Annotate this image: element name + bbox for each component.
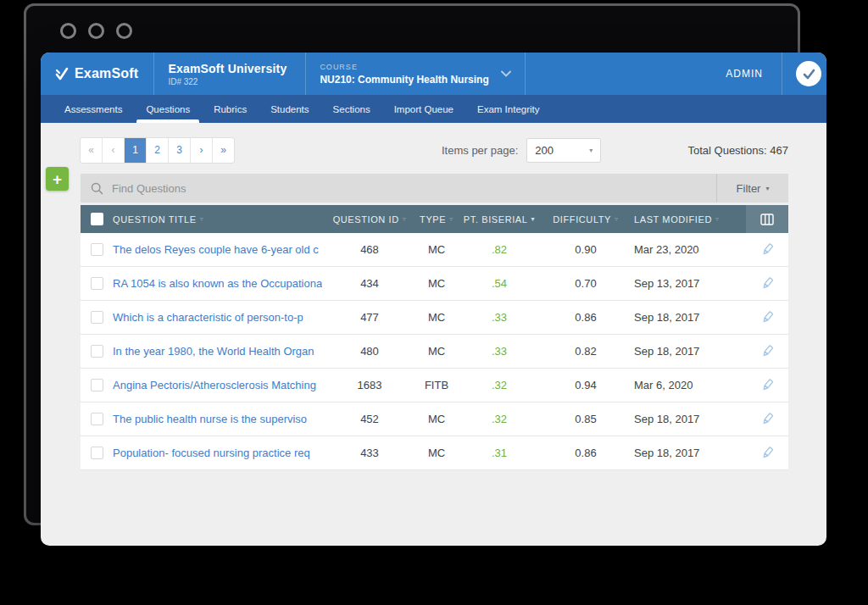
- window-maximize-button[interactable]: [116, 23, 132, 39]
- question-id-cell: 433: [327, 447, 412, 459]
- row-checkbox[interactable]: [91, 243, 103, 256]
- user-avatar-button[interactable]: [796, 61, 821, 86]
- question-title-link[interactable]: Population- focused nursing practice req: [113, 447, 310, 459]
- row-checkbox[interactable]: [91, 447, 103, 459]
- question-title-link[interactable]: Angina Pectoris/Atherosclerosis Matching: [113, 379, 316, 391]
- brand-name: ExamSoft: [75, 66, 138, 81]
- edit-question-button[interactable]: [760, 344, 775, 358]
- pencil-icon: [760, 412, 775, 426]
- difficulty-cell: 0.82: [537, 345, 634, 358]
- row-checkbox[interactable]: [91, 413, 103, 425]
- question-type-cell: MC: [412, 311, 461, 324]
- column-question-id[interactable]: QUESTION ID ▿: [327, 214, 412, 225]
- last-modified-cell: Sep 18, 2017: [634, 311, 746, 324]
- table-row: In the year 1980, the World Health Organ…: [81, 335, 788, 369]
- examsoft-leaf-icon: [55, 67, 70, 80]
- course-selector[interactable]: COURSE NU210: Community Health Nursing: [306, 53, 524, 95]
- filter-button[interactable]: Filter ▾: [716, 174, 788, 203]
- pagination: « ‹ 1 2 3 › »: [81, 138, 234, 163]
- edit-question-button[interactable]: [760, 378, 775, 392]
- question-title-link[interactable]: The public health nurse is the superviso: [113, 413, 307, 425]
- edit-question-button[interactable]: [760, 242, 775, 257]
- question-title-cell: The public health nurse is the superviso: [113, 413, 327, 425]
- question-title-link[interactable]: RA 1054 is also known as the Occupationa: [113, 277, 322, 290]
- column-settings-button[interactable]: [746, 205, 788, 233]
- window-minimize-button[interactable]: [88, 23, 104, 39]
- column-question-title[interactable]: QUESTION TITLE ▿: [113, 214, 327, 225]
- tab-rubrics[interactable]: Rubrics: [202, 95, 259, 123]
- stage: ExamSoft ExamSoft University ID# 322 COU…: [0, 0, 868, 605]
- tab-students[interactable]: Students: [259, 95, 320, 123]
- pencil-icon: [760, 446, 775, 460]
- pt-biserial-cell: .54: [461, 277, 537, 290]
- tab-exam-integrity[interactable]: Exam Integrity: [465, 95, 552, 123]
- page-2-button[interactable]: 2: [147, 138, 169, 163]
- page-first-button[interactable]: «: [81, 138, 103, 163]
- page-3-button[interactable]: 3: [169, 138, 191, 163]
- questions-table: QUESTION TITLE ▿ QUESTION ID ▿ TYPE ▿ PT…: [81, 205, 788, 470]
- question-title-link[interactable]: The delos Reyes couple have 6-year old c: [113, 243, 319, 256]
- items-per-page-value: 200: [535, 144, 554, 157]
- edit-question-button[interactable]: [760, 276, 775, 291]
- row-checkbox-cell: [81, 379, 113, 391]
- filter-label: Filter: [737, 182, 761, 195]
- last-modified-cell: Mar 6, 2020: [634, 379, 746, 391]
- table-row: The public health nurse is the superviso…: [81, 402, 788, 436]
- pt-biserial-cell: .33: [461, 345, 537, 358]
- items-per-page-label: Items per page:: [442, 144, 518, 157]
- table-row: Which is a characteristic of person-to-p…: [81, 301, 788, 335]
- toolbar: « ‹ 1 2 3 › » Items per page: 200 ▾ Tota…: [81, 137, 788, 163]
- window-controls: [60, 23, 132, 39]
- chevron-down-icon: [501, 70, 511, 77]
- row-checkbox[interactable]: [91, 345, 103, 358]
- edit-question-button[interactable]: [760, 310, 775, 325]
- row-checkbox[interactable]: [91, 277, 103, 290]
- last-modified-cell: Sep 18, 2017: [634, 345, 746, 358]
- page-last-button[interactable]: »: [213, 138, 234, 163]
- question-type-cell: MC: [412, 277, 461, 290]
- column-type[interactable]: TYPE ▿: [412, 214, 461, 225]
- window-close-button[interactable]: [60, 23, 76, 39]
- question-title-cell: The delos Reyes couple have 6-year old c: [113, 243, 327, 256]
- last-modified-cell: Sep 13, 2017: [634, 277, 746, 290]
- add-question-button[interactable]: +: [46, 167, 69, 191]
- question-type-cell: MC: [412, 413, 461, 425]
- question-title-cell: Population- focused nursing practice req: [113, 447, 327, 459]
- edit-cell: [746, 436, 788, 469]
- sort-caret-active-icon: ▾: [531, 215, 536, 223]
- last-modified-cell: Mar 23, 2020: [634, 243, 746, 256]
- question-title-link[interactable]: Which is a characteristic of person-to-p: [113, 311, 303, 324]
- items-per-page-select[interactable]: 200 ▾: [526, 138, 601, 163]
- column-last-modified[interactable]: LAST MODIFIED ▿: [634, 214, 746, 225]
- sort-caret-icon: ▿: [403, 215, 407, 223]
- question-id-cell: 468: [327, 243, 412, 256]
- row-checkbox[interactable]: [91, 379, 103, 391]
- column-difficulty[interactable]: DIFFICULTY ▿: [537, 214, 634, 225]
- select-all-checkbox[interactable]: [91, 213, 103, 225]
- examsoft-logo[interactable]: ExamSoft: [41, 53, 153, 95]
- edit-question-button[interactable]: [760, 446, 775, 460]
- org-block: ExamSoft University ID# 322: [154, 53, 305, 95]
- page-next-button[interactable]: ›: [191, 138, 213, 163]
- admin-menu[interactable]: ADMIN: [707, 53, 782, 95]
- page-1-button[interactable]: 1: [125, 138, 147, 163]
- table-header-row: QUESTION TITLE ▿ QUESTION ID ▿ TYPE ▿ PT…: [81, 205, 788, 233]
- tab-questions[interactable]: Questions: [134, 95, 202, 123]
- tab-import-queue[interactable]: Import Queue: [382, 95, 465, 123]
- table-row: Angina Pectoris/Atherosclerosis Matching…: [81, 369, 788, 402]
- header-checkbox-cell: [81, 213, 113, 225]
- question-title-cell: RA 1054 is also known as the Occupationa: [113, 277, 327, 290]
- edit-question-button[interactable]: [760, 412, 775, 426]
- difficulty-cell: 0.85: [537, 413, 634, 425]
- question-title-link[interactable]: In the year 1980, the World Health Organ: [113, 345, 314, 358]
- question-id-cell: 434: [327, 277, 412, 290]
- sort-caret-icon: ▿: [615, 215, 619, 223]
- tab-assessments[interactable]: Assessments: [53, 95, 134, 123]
- last-modified-cell: Sep 18, 2017: [634, 447, 746, 459]
- page-prev-button[interactable]: ‹: [103, 138, 125, 163]
- column-pt-biserial[interactable]: PT. BISERIAL ▾: [461, 214, 537, 225]
- row-checkbox[interactable]: [91, 311, 103, 324]
- search-input[interactable]: [110, 181, 716, 196]
- tab-sections[interactable]: Sections: [321, 95, 382, 123]
- content-area: « ‹ 1 2 3 › » Items per page: 200 ▾ Tota…: [41, 123, 826, 470]
